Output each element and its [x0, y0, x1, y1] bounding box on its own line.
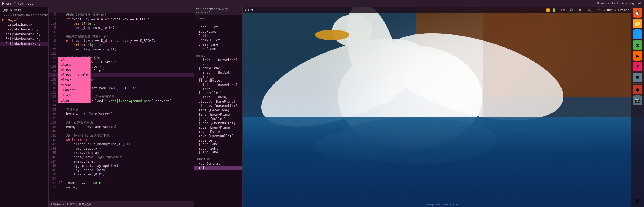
outline-init-base[interactable]: __init__ [Base]: [194, 95, 242, 99]
dock-trash[interactable]: 🗑: [633, 196, 642, 206]
dock-camera[interactable]: 📷: [633, 95, 642, 105]
code-line-149: 149 Key_Contral(hero): [49, 168, 194, 172]
outline-judge-bullet[interactable]: judge [Bullet]: [194, 117, 242, 121]
outline-fire-enemyplane[interactable]: fire [EnemyPlane]: [194, 112, 242, 117]
outline-move-enemybullet[interactable]: move [EnemyBullet]: [194, 134, 242, 138]
ac-item-close[interactable]: close: [58, 82, 90, 88]
code-line-135: 135 飞机对象: [49, 108, 194, 112]
outline-title: feijidazhanpro3.py (/home/f: [194, 7, 242, 15]
network-icon: 📶: [546, 8, 550, 12]
dock-apps[interactable]: ⊞: [633, 73, 642, 82]
outline-member-section: member: [194, 53, 242, 58]
outline-init-enemyplane[interactable]: __init__ [EnemyPlane]: [194, 62, 242, 70]
outline-enemybullet[interactable]: EnemyBullet: [194, 38, 242, 42]
ac-item-clog[interactable]: clog: [58, 98, 90, 103]
code-editor[interactable]: 112 #检测按键是否是a或者left 113 if event.key == …: [49, 13, 194, 201]
tree-feijidazhanpro1[interactable]: feijidazhanpro1.py: [0, 32, 48, 37]
tree-path: ~/.../lianxiwan/feijidazhan/: [0, 13, 48, 17]
outline-divider2: [194, 156, 242, 156]
outline-move-enemyplane[interactable]: move [EnemyPlane]: [194, 125, 242, 130]
dock-ubuntu[interactable]: 🐧: [633, 8, 642, 18]
app-dock: 🐧 📁 🌐 ✉ ▶ ♪ ⊞ ● 📷 🗑: [631, 7, 644, 207]
outline-init-heroplane[interactable]: __init__ [HeroPlane]: [194, 58, 242, 62]
outline-init-baseplane[interactable]: __init__ [BasePlane]: [194, 83, 242, 87]
tree-feijidazhanpro3[interactable]: feijidazhanpro3.py: [0, 42, 48, 46]
outline-content[interactable]: class Base BaseBullet BasePlane Bullet E…: [194, 15, 242, 207]
battery-level: (98%): [558, 8, 567, 12]
status-bar-left: Press ? for help: [2, 2, 33, 5]
outline-judge-enemybullet[interactable]: judge [EnemyBullet]: [194, 121, 242, 125]
editor-top-bar: [49, 7, 194, 13]
outline-divider1: [194, 52, 242, 52]
code-line-116: 116: [49, 30, 194, 34]
ac-item-clearrr[interactable]: Clearrr: [58, 88, 90, 93]
topbar-left: ☀ 6°C: [245, 8, 254, 12]
code-line-136: 136 hero = HeroPlane(screen): [49, 112, 194, 116]
outline-move-bullet[interactable]: move [Bullet]: [194, 130, 242, 134]
watermark: www.processon.net Atu net...: [426, 203, 461, 206]
code-line-113: 113 if event.key == K_a or event.key == …: [49, 17, 194, 21]
ac-item-clear[interactable]: clear: [58, 77, 90, 82]
tree-feijidazhanpro[interactable]: feijidazhanpro.py: [0, 27, 48, 32]
outline-basebullet[interactable]: BaseBullet: [194, 25, 242, 29]
code-line-112: 112 #检测按键是否是a或者left: [49, 13, 194, 17]
topbar-right: 📶 🔋 (98%) 🔊 11月6日 周一 下午 2:00:05 Frazer: [546, 8, 629, 12]
ac-item-classic-table[interactable]: classic_table: [58, 72, 90, 77]
main-area: 112 #检测按键是否是a或者left 113 if event.key == …: [0, 7, 644, 207]
code-line-140: 140: [49, 129, 194, 133]
tree-feijidazhan[interactable]: feijidazhan.py: [0, 22, 48, 27]
code-line-143: 143 screen.blit(background,(0,0)): [49, 142, 194, 146]
outline-baseplane[interactable]: BasePlane: [194, 29, 242, 34]
tree-up-dir[interactable]: (up a dir): [0, 8, 48, 13]
ac-item-class[interactable]: class: [58, 62, 90, 67]
outline-init-bullet[interactable]: __init__ [Bullet]: [194, 70, 242, 75]
right-panel: ☀ 6°C 📶 🔋 (98%) 🔊 11月6日 周一 下午 2:00:05 Fr…: [243, 7, 644, 207]
code-line-148: 148 pygame.display.update(): [49, 164, 194, 168]
outline-init-basebullet[interactable]: __init__ [BaseBullet]: [194, 87, 242, 95]
code-line-145: 145 enemy.display(): [49, 151, 194, 155]
ac-item-clock[interactable]: clock: [58, 93, 90, 98]
svg-rect-4: [243, 129, 644, 207]
outline-fire-heroplane[interactable]: fire [HeroPlane]: [194, 108, 242, 112]
dock-email[interactable]: ✉: [633, 40, 642, 50]
battery-icon: 🔋: [552, 8, 556, 12]
code-line-120: 120 hero_temp.move_right(): [49, 47, 194, 51]
desktop-background: ☀ 6°C 📶 🔋 (98%) 🔊 11月6日 周一 下午 2:00:05 Fr…: [243, 7, 644, 207]
code-line-121: 121: [49, 51, 194, 56]
code-line-137: 137: [49, 116, 194, 120]
outline-display-baseplane[interactable]: display [BasePlane]: [194, 99, 242, 104]
code-line-134: 134: [49, 103, 194, 108]
code-line-144: 144 hero_display(): [49, 146, 194, 151]
dock-browser[interactable]: 🌐: [633, 29, 642, 39]
help-text: Press ? for help: [2, 2, 33, 5]
code-line-118: 118 elif event.key == K_d or event.key =…: [49, 39, 194, 43]
editor-area: 112 #检测按键是否是a或者left 113 if event.key == …: [49, 7, 194, 207]
outline-heroplane[interactable]: HeroPlane: [194, 47, 242, 51]
outline-bullet[interactable]: Bullet: [194, 34, 242, 38]
outline-base[interactable]: Base: [194, 21, 242, 25]
outline-moveleft-heroplane[interactable]: move_left [HeroPlane]: [194, 138, 242, 146]
code-line-138: 138 #4. 创建敌机对象: [49, 120, 194, 125]
wallpaper-image: [243, 7, 644, 207]
dock-settings[interactable]: ●: [633, 85, 642, 94]
desktop-topbar: ☀ 6°C 📶 🔋 (98%) 🔊 11月6日 周一 下午 2:00:05 Fr…: [243, 7, 631, 13]
ac-item-cl[interactable]: cl: [58, 57, 90, 62]
dock-files[interactable]: 📁: [633, 19, 642, 28]
outline-key-contral[interactable]: Key_Contral: [194, 161, 242, 166]
outline-moveright-heroplane[interactable]: move_right [HeroPlane]: [194, 146, 242, 154]
code-line-114: 114 print('left'): [49, 21, 194, 26]
outline-main[interactable]: main: [194, 166, 242, 170]
editor-status: 关键字补全 (^N^P) 回到起点: [50, 202, 91, 206]
outline-display-basebullet[interactable]: display [BaseBullet]: [194, 104, 242, 108]
code-line-139: 139 enemy = EnemyPlane(screen): [49, 125, 194, 129]
tree-feijidazhanpro2[interactable]: feijidazhanpro2.py: [0, 37, 48, 42]
outline-enemyplane[interactable]: EnemyPlane: [194, 42, 242, 47]
tree-feiji-dir[interactable]: ▶ feiji/: [0, 17, 48, 22]
dock-media[interactable]: ▶: [633, 51, 642, 61]
autocomplete-dropdown[interactable]: cl class classic classic_table clear clo…: [58, 57, 91, 103]
ac-item-classic[interactable]: classic: [58, 67, 90, 72]
outline-init-enemybullet[interactable]: __init__ [EnemyBullet]: [194, 75, 242, 83]
status-bar: Press ? for help Press <F1> to display h…: [0, 0, 644, 7]
outline-function-section: function: [194, 157, 242, 161]
dock-music[interactable]: ♪: [633, 62, 642, 71]
